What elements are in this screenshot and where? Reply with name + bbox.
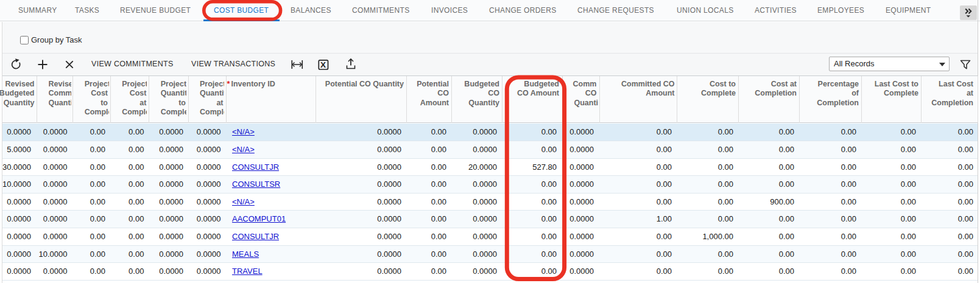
svg-text:X: X bbox=[320, 60, 326, 69]
